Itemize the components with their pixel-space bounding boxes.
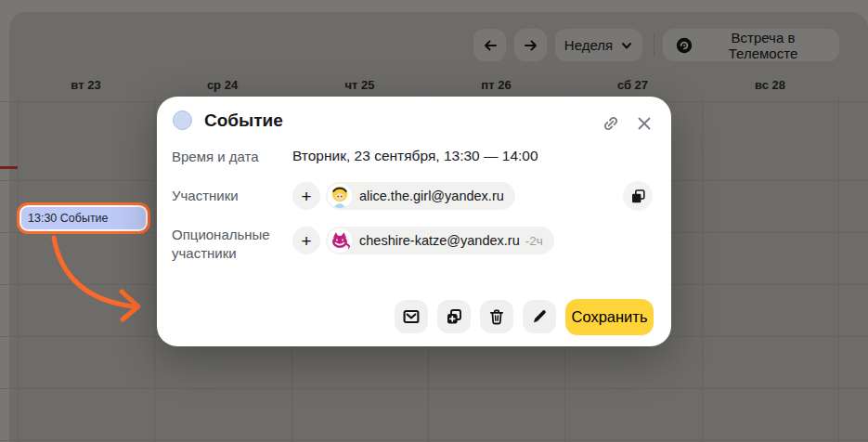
pencil-icon bbox=[530, 307, 549, 326]
page-root: Неделя Встреча в Телемосте вт 23 ср 24 ч… bbox=[0, 0, 868, 442]
save-button[interactable]: Сохранить bbox=[565, 299, 654, 335]
add-participant-button[interactable]: + bbox=[292, 182, 320, 210]
duplicate-event-button[interactable] bbox=[437, 300, 471, 333]
link-icon bbox=[602, 114, 620, 133]
optional-participants-label: Опциональные участники bbox=[172, 226, 274, 263]
dialog-title: Событие bbox=[204, 110, 283, 131]
delete-event-button[interactable] bbox=[480, 300, 513, 333]
participant-email: alice.the.girl@yandex.ru bbox=[359, 188, 504, 203]
close-icon bbox=[635, 114, 654, 133]
datetime-value: Вторник, 23 сентября, 13:30 — 14:00 bbox=[292, 148, 538, 164]
avatar-alice bbox=[328, 184, 352, 208]
event-color-dot bbox=[173, 110, 192, 130]
timezone-offset: -2ч bbox=[525, 234, 543, 248]
duplicate-icon bbox=[445, 307, 463, 326]
spotlight-arrow-icon bbox=[37, 230, 158, 323]
mail-icon bbox=[402, 307, 421, 326]
copy-participants-button[interactable] bbox=[623, 181, 653, 211]
optional-participant-email: cheshire-katze@yandex.ru bbox=[359, 233, 520, 248]
trash-icon bbox=[487, 307, 506, 326]
avatar-cheshire-cat bbox=[328, 228, 352, 253]
calendar-event-chip[interactable]: 13:30 Событие bbox=[17, 202, 150, 234]
participant-chip[interactable]: alice.the.girl@yandex.ru bbox=[326, 182, 515, 210]
plus-icon: + bbox=[301, 232, 311, 250]
close-button[interactable] bbox=[635, 114, 654, 133]
datetime-label: Время и дата bbox=[172, 148, 259, 166]
plus-icon: + bbox=[301, 188, 311, 205]
copy-icon bbox=[630, 188, 646, 204]
calendar-event-label: 13:30 Событие bbox=[19, 212, 109, 225]
optional-participant-chip[interactable]: cheshire-katze@yandex.ru -2ч bbox=[326, 227, 554, 254]
event-details-dialog: Событие Время и дата Вторник, 23 сентябр… bbox=[157, 97, 671, 346]
copy-link-button[interactable] bbox=[602, 114, 620, 133]
email-participants-button[interactable] bbox=[395, 300, 428, 333]
participants-label: Участники bbox=[172, 187, 239, 205]
edit-event-button[interactable] bbox=[523, 300, 556, 333]
add-optional-participant-button[interactable]: + bbox=[292, 227, 320, 254]
